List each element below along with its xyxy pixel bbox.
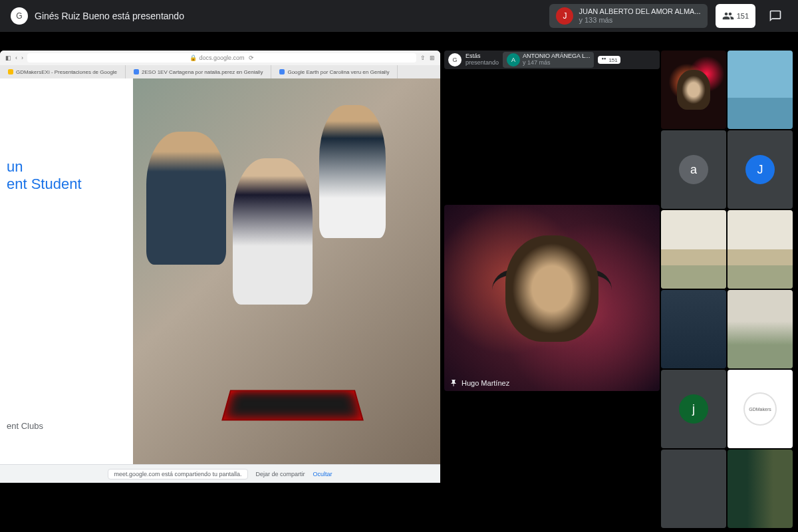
participant-tile[interactable]: [728, 290, 793, 368]
stop-sharing-button[interactable]: Dejar de compartir: [256, 471, 305, 477]
share-icon: ⇧: [420, 55, 426, 61]
mini-attendee-avatar: A: [507, 53, 520, 66]
avatar: J: [745, 155, 775, 184]
people-icon: [600, 57, 607, 63]
tab-2: 2ESO 1EV Cartagena por natalia.perez en …: [126, 65, 271, 78]
participant-tile[interactable]: [728, 450, 793, 528]
avatar: j: [679, 394, 708, 424]
avatar: a: [679, 155, 708, 184]
presenter-avatar: G: [11, 7, 28, 25]
mini-people-button[interactable]: 151: [598, 56, 620, 64]
people-count: 151: [737, 12, 749, 20]
self-avatar: G: [448, 53, 462, 66]
slide-content: un ent Student ent Clubs: [0, 78, 440, 464]
slide-footer: ent Clubs: [7, 421, 43, 431]
meet-header: G Ginés Ruiz Bueno está presentando J JU…: [0, 0, 798, 32]
self-line2: presentando: [466, 60, 499, 66]
attendee-name: JUAN ALBERTO DEL AMOR ALMA...: [579, 7, 700, 16]
participant-grid: a J j GDMakers: [660, 51, 793, 532]
chat-icon: [769, 9, 782, 23]
participant-tile[interactable]: J: [728, 130, 793, 209]
presenter-label: Ginés Ruiz Bueno está presentando: [35, 11, 184, 21]
participant-tile[interactable]: [661, 51, 726, 129]
mini-header: G Estás presentando A ANTONIO ARÁNEGA L.…: [444, 51, 660, 69]
nav-fwd-icon: ›: [21, 55, 23, 61]
refresh-icon: ⟳: [249, 55, 254, 61]
tab-3: Google Earth por Carolina veru en Genial…: [271, 65, 398, 78]
people-button[interactable]: 151: [716, 4, 755, 28]
slide-viewport: un ent Student ent Clubs: [0, 78, 440, 464]
hide-banner-button[interactable]: Ocultar: [313, 471, 332, 477]
nav-back-icon: ‹: [15, 55, 17, 61]
chat-button[interactable]: [763, 4, 787, 28]
speaker-name: Hugo Martínez: [462, 379, 509, 387]
participant-tile[interactable]: [728, 51, 793, 129]
participant-tile[interactable]: [728, 210, 793, 289]
pinned-speaker-tile[interactable]: Hugo Martínez: [444, 205, 660, 391]
main-area: ◧ ‹ › 🔒 docs.google.com ⟳ ⇧ ⊞ GDMakersEX…: [0, 32, 798, 532]
tab-1: GDMakersEXi - Presentaciones de Google: [0, 65, 126, 78]
browser-toolbar: ◧ ‹ › 🔒 docs.google.com ⟳ ⇧ ⊞: [0, 51, 440, 65]
slide-title-1: un: [0, 158, 133, 176]
slide-title-2: ent Student: [0, 176, 133, 193]
presenter-chip: G Ginés Ruiz Bueno está presentando: [11, 7, 184, 25]
pin-icon: [450, 379, 458, 387]
shared-screen: ◧ ‹ › 🔒 docs.google.com ⟳ ⇧ ⊞ GDMakersEX…: [0, 51, 440, 483]
url-text: docs.google.com: [199, 55, 244, 61]
participant-tile[interactable]: GDMakers: [728, 370, 793, 448]
mini-people-count: 151: [608, 57, 617, 63]
participant-tile[interactable]: a: [661, 130, 726, 209]
slide-photo: [133, 78, 440, 464]
participant-tile[interactable]: [661, 450, 726, 528]
share-banner: meet.google.com está compartiendo tu pan…: [0, 464, 440, 483]
attendee-more: y 133 más: [579, 16, 700, 25]
people-icon: [722, 10, 734, 22]
participant-tile[interactable]: [661, 290, 726, 368]
share-message: meet.google.com está compartiendo tu pan…: [108, 469, 247, 479]
mini-attendee-more: y 147 más: [523, 60, 590, 66]
attendee-avatar: J: [556, 7, 573, 25]
participant-tile[interactable]: [661, 210, 726, 289]
lock-icon: 🔒: [190, 55, 197, 61]
attendee-chip[interactable]: J JUAN ALBERTO DEL AMOR ALMA... y 133 má…: [549, 4, 707, 28]
tabs-icon: ⊞: [430, 55, 435, 61]
sidebar-icon: ◧: [5, 55, 11, 61]
logo: GDMakers: [743, 392, 777, 426]
url-bar: 🔒 docs.google.com ⟳: [27, 53, 416, 63]
participant-tile[interactable]: j: [661, 370, 726, 448]
browser-tabs: GDMakersEXi - Presentaciones de Google 2…: [0, 65, 440, 78]
mini-attendee-chip[interactable]: A ANTONIO ARÁNEGA L... y 147 más: [503, 52, 594, 68]
center-column: G Estás presentando A ANTONIO ARÁNEGA L.…: [440, 51, 660, 532]
